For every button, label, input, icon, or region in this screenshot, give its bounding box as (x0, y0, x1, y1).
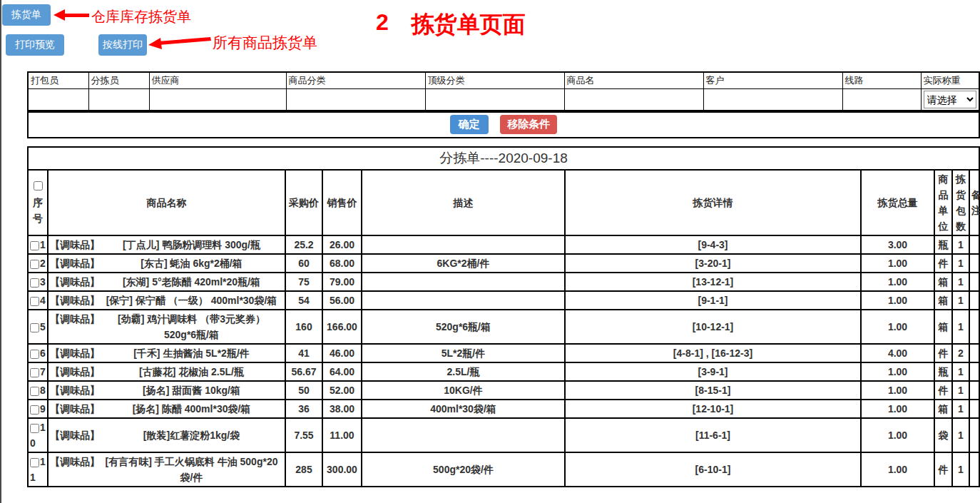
unit-cell: 箱 (934, 291, 952, 310)
pick-detail-cell: [8-15-1] (565, 381, 861, 400)
filter-input-5[interactable] (426, 89, 564, 110)
pick-detail-cell: [9-1-1] (565, 291, 861, 310)
filter-header-7: 客户 (703, 72, 842, 89)
filter-cell-2 (88, 89, 149, 112)
pick-total-cell: 1.00 (861, 400, 934, 418)
description-cell (362, 291, 565, 310)
filter-input-7[interactable] (704, 89, 842, 110)
pack-count-cell: 1 (952, 452, 969, 487)
table-row: 2【调味品】[东古] 蚝油 6kg*2桶/箱6068.006KG*2桶/件[3-… (28, 254, 979, 273)
product-category: 【调味品】 (50, 293, 100, 308)
page: 拣货单 仓库库存拣货单 打印预览 按线打印 所有商品拣货单 2 拣货单页面 打包… (0, 0, 980, 503)
product-name: [丁点儿] 鸭肠粉调理料 300g/瓶 (100, 237, 283, 253)
note-cell (969, 235, 979, 254)
row-checkbox[interactable] (30, 323, 39, 332)
pick-total-cell: 1.00 (861, 254, 934, 273)
product-name-cell: 【调味品】[保宁] 保宁醋 （一级） 400ml*30袋/箱 (48, 291, 285, 310)
remove-conditions-button[interactable]: 移除条件 (500, 115, 557, 134)
filter-input-8[interactable] (843, 89, 921, 110)
filter-input-row: 请选择 (28, 89, 979, 112)
filter-header-1: 打包员 (28, 72, 88, 89)
product-name-cell: 【调味品】[丁点儿] 鸭肠粉调理料 300g/瓶 (48, 235, 285, 254)
filter-cell-4 (286, 89, 425, 112)
filter-input-2[interactable] (89, 89, 149, 110)
note-cell (969, 273, 979, 291)
sale-price-cell: 38.00 (322, 400, 362, 418)
row-checkbox[interactable] (30, 387, 39, 396)
row-checkbox[interactable] (30, 458, 39, 467)
filter-input-6[interactable] (565, 89, 703, 110)
pick-total-cell: 1.00 (861, 452, 934, 487)
table-title: 分拣单----2020-09-18 (28, 147, 979, 170)
sale-price-cell: 56.00 (322, 291, 362, 310)
row-select-cell: 11 (28, 452, 48, 487)
product-name: [扬名] 陈醋 400ml*30袋/箱 (100, 401, 283, 417)
filter-cell-5 (425, 89, 564, 112)
product-category: 【调味品】 (50, 401, 100, 417)
purchase-price-cell: 25.2 (285, 235, 322, 254)
row-checkbox[interactable] (30, 297, 39, 306)
purchase-price-cell: 7.55 (285, 418, 322, 452)
filter-header-3: 供应商 (149, 72, 286, 89)
header-product-name: 商品名称 (48, 170, 285, 235)
select-all-checkbox[interactable] (34, 181, 43, 190)
row-checkbox[interactable] (30, 424, 39, 433)
table-row: 3【调味品】[东湖] 5°老陈醋 420ml*20瓶/箱7579.00[13-1… (28, 273, 979, 291)
filter-input-1[interactable] (29, 89, 88, 110)
sale-price-cell: 26.00 (322, 235, 362, 254)
print-by-line-button[interactable]: 按线打印 (98, 34, 147, 56)
row-checkbox[interactable] (30, 405, 39, 415)
product-category: 【调味品】 (50, 237, 100, 253)
header-select: 序号 (28, 170, 48, 235)
filter-cell-8 (842, 89, 921, 112)
sale-price-cell: 79.00 (322, 273, 362, 291)
pick-list-button[interactable]: 拣货单 (2, 4, 51, 26)
note-cell (969, 400, 979, 418)
product-name: [古藤花] 花椒油 2.5L/瓶 (100, 364, 283, 380)
product-name: [千禾] 生抽酱油 5L*2瓶/件 (100, 345, 283, 361)
unit-cell: 件 (934, 381, 952, 400)
filter-cell-3 (149, 89, 286, 112)
page-title-text: 拣货单页面 (412, 9, 526, 41)
filter-input-4[interactable] (287, 89, 425, 110)
row-checkbox[interactable] (30, 278, 39, 288)
product-name: [保宁] 保宁醋 （一级） 400ml*30袋/箱 (100, 293, 283, 308)
sale-price-cell: 68.00 (322, 254, 362, 273)
product-category: 【调味品】 (50, 255, 100, 271)
purchase-price-cell: 36 (285, 400, 322, 418)
note-cell (969, 344, 979, 362)
table-row: 1【调味品】[丁点儿] 鸭肠粉调理料 300g/瓶25.226.00[9-4-3… (28, 235, 979, 254)
row-number: 1 (40, 239, 46, 250)
product-name-cell: 【调味品】[扬名] 陈醋 400ml*30袋/箱 (48, 400, 285, 418)
product-name: [劲霸] 鸡汁调味料 （带3元奖券） 520g*6瓶/箱 (100, 311, 283, 342)
description-cell: 5L*2瓶/件 (362, 344, 565, 362)
header-unit: 商品单位 (934, 170, 952, 235)
actual-weight-select[interactable]: 请选择 (924, 91, 977, 108)
table-row: 4【调味品】[保宁] 保宁醋 （一级） 400ml*30袋/箱5456.00[9… (28, 291, 979, 310)
row-checkbox[interactable] (30, 350, 39, 359)
filter-input-3[interactable] (150, 89, 286, 110)
pack-count-cell: 1 (952, 362, 969, 381)
product-name-cell: 【调味品】[有言有味] 手工火锅底料 牛油 500g*20袋/件 (48, 452, 285, 487)
unit-cell: 袋 (934, 418, 952, 452)
row-checkbox[interactable] (30, 368, 39, 377)
product-name-cell: 【调味品】[古藤花] 花椒油 2.5L/瓶 (48, 362, 285, 381)
unit-cell: 箱 (934, 273, 952, 291)
product-name-cell: 【调味品】[扬名] 甜面酱 10kg/箱 (48, 381, 285, 400)
row-checkbox[interactable] (30, 241, 39, 250)
description-cell: 10KG/件 (362, 381, 565, 400)
unit-cell: 件 (934, 452, 952, 487)
header-pick-total: 拣货总量 (861, 170, 934, 235)
confirm-button[interactable]: 确定 (450, 115, 489, 134)
pick-detail-cell: [12-10-1] (565, 400, 861, 418)
pick-detail-cell: [9-4-3] (565, 235, 861, 254)
purchase-price-cell: 160 (285, 310, 322, 344)
pack-count-cell: 2 (952, 344, 969, 362)
filter-header-2: 分拣员 (88, 72, 149, 89)
row-select-cell: 7 (28, 362, 48, 381)
product-name: [东湖] 5°老陈醋 420ml*20瓶/箱 (100, 274, 283, 290)
print-preview-button[interactable]: 打印预览 (6, 34, 64, 56)
product-name-cell: 【调味品】[散装]红薯淀粉1kg/袋 (48, 418, 285, 452)
table-row: 10【调味品】[散装]红薯淀粉1kg/袋7.5511.00[11-6-1]1.0… (28, 418, 979, 452)
row-checkbox[interactable] (30, 260, 39, 269)
